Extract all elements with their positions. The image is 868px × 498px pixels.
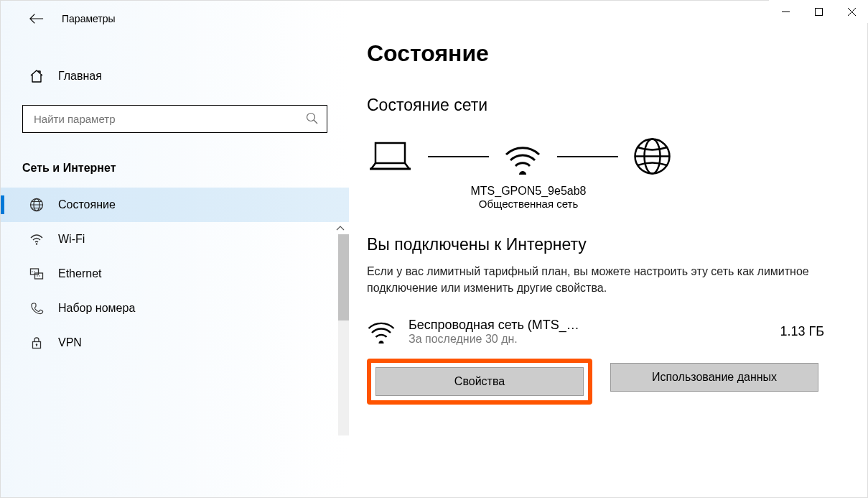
network-usage-value: 1.13 ГБ [780,324,831,339]
properties-button[interactable]: Свойства [375,367,584,396]
svg-point-10 [37,275,37,276]
sidebar-item-label: Набор номера [58,302,135,315]
sidebar-item-wifi[interactable]: Wi-Fi [1,222,349,257]
svg-point-5 [36,243,37,244]
svg-point-9 [34,271,34,272]
scrollbar-thumb[interactable] [338,234,349,321]
network-status-heading: Состояние сети [367,96,831,115]
section-header: Сеть и Интернет [1,151,349,188]
svg-rect-0 [782,11,790,12]
page-title: Состояние [367,40,831,67]
sidebar-item-label: VPN [58,336,82,349]
svg-point-2 [307,113,315,121]
network-entry: Беспроводная сеть (MTS_… За последние 30… [367,318,831,346]
svg-rect-1 [815,8,822,15]
home-icon [29,69,44,83]
diagram-connector [428,156,489,157]
wifi-icon [29,232,44,246]
search-input[interactable] [34,113,306,125]
window-title: Параметры [62,13,116,24]
sidebar-item-label: Состояние [58,198,116,211]
sidebar-item-vpn[interactable]: VPN [1,326,349,360]
laptop-icon [367,140,414,172]
content-pane: Состояние Состояние сети MTS_GPON5_9e5ab… [349,1,867,497]
search-icon [306,112,318,126]
sidebar-item-ethernet[interactable]: Ethernet [1,257,349,291]
globe-icon [633,137,672,176]
maximize-button[interactable] [802,0,835,23]
wifi-icon [503,139,543,175]
svg-rect-14 [375,143,405,163]
sidebar-scrollbar[interactable] [338,234,349,435]
svg-point-11 [39,275,39,276]
network-entry-sub: За последние 30 дн. [409,333,767,346]
sidebar: Параметры Главная Сеть и Интернет [1,1,349,497]
diagram-connector [557,156,618,157]
network-diagram [367,137,831,176]
connected-description: Если у вас лимитный тарифный план, вы мо… [367,263,812,296]
sidebar-item-label: Wi-Fi [58,233,85,246]
globe-icon [29,198,44,212]
close-button[interactable] [835,0,868,23]
dialup-icon [29,301,44,315]
vpn-icon [29,336,44,350]
svg-point-8 [32,271,32,272]
sidebar-item-status[interactable]: Состояние [1,188,349,222]
search-box[interactable] [22,105,327,133]
diagram-ssid: MTS_GPON5_9e5ab8 [367,185,690,198]
diagram-network-type: Общественная сеть [367,198,690,210]
ethernet-icon [29,267,44,281]
home-link[interactable]: Главная [1,62,349,91]
back-button[interactable] [29,11,44,26]
network-entry-title: Беспроводная сеть (MTS_… [409,318,767,333]
sidebar-item-dialup[interactable]: Набор номера [1,291,349,326]
home-label: Главная [58,70,102,83]
data-usage-button[interactable]: Использование данных [610,363,818,392]
connected-heading: Вы подключены к Интернету [367,235,831,254]
sidebar-item-label: Ethernet [58,267,101,280]
wifi-icon [367,318,396,346]
highlight-annotation: Свойства [367,359,592,405]
minimize-button[interactable] [769,0,802,23]
